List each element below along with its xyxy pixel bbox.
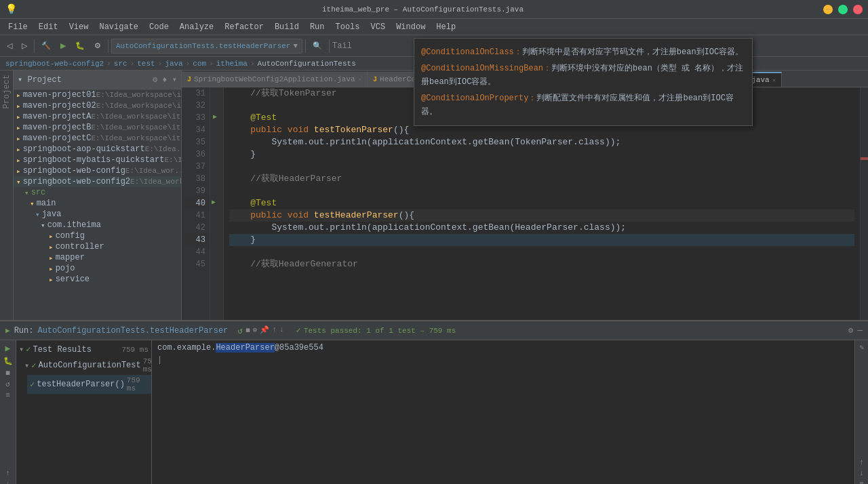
breadcrumb-text: AutoConfigurationTests.testHeaderParser	[116, 42, 290, 50]
path-part-file[interactable]: AutoConfigurationTests	[258, 60, 356, 68]
forward-button[interactable]: ▷	[18, 40, 31, 52]
menu-help[interactable]: Help	[431, 21, 461, 33]
annotation-text: @Test	[229, 112, 277, 124]
breadcrumb-dropdown[interactable]: ▼	[293, 42, 298, 50]
run-filter-icon[interactable]: ≡	[5, 391, 10, 399]
run-play-icon[interactable]: ▶	[5, 343, 11, 354]
folder-icon: ▸	[16, 91, 21, 100]
tree-item-service[interactable]: ▸ service	[14, 274, 181, 285]
tree-path: E:\Idea_wor...	[125, 167, 181, 175]
tree-item-config[interactable]: ▸ config	[14, 230, 181, 241]
tree-item-comitheima[interactable]: ▾ com.itheima	[14, 220, 181, 230]
tab-close[interactable]: ✕	[772, 77, 776, 84]
tree-item-controller[interactable]: ▸ controller	[14, 241, 181, 252]
run-config-button[interactable]: ⚙	[90, 40, 105, 52]
menu-refactor[interactable]: Refactor	[219, 21, 269, 33]
tree-item-pojo[interactable]: ▸ pojo	[14, 263, 181, 274]
close-button[interactable]: ✕	[853, 5, 863, 14]
minimize-button[interactable]: ─	[823, 5, 833, 14]
tree-item-webconfig[interactable]: ▸ springboot-web-config E:\Idea_wor...	[14, 165, 181, 176]
run-debug-icon[interactable]: 🐛	[3, 357, 13, 365]
check-icon: ✓	[26, 344, 31, 355]
path-part-com[interactable]: com	[193, 60, 206, 68]
tree-item-java[interactable]: ▾ java	[14, 209, 181, 220]
back-button[interactable]: ◁	[3, 40, 16, 52]
run-sidebar-icon-2[interactable]: ↑	[859, 458, 864, 466]
code-line-45: //获取HeaderGenerator	[229, 258, 854, 270]
down-icon[interactable]: ↓	[279, 325, 284, 336]
path-part-itheima[interactable]: itheima	[216, 60, 248, 68]
path-part-java[interactable]: java	[165, 60, 182, 68]
tab-springbootapp[interactable]: J SpringbootWebConfig2Application.java ✕	[182, 72, 368, 87]
path-part-src[interactable]: src	[114, 60, 127, 68]
rerun-icon[interactable]: ↺	[237, 325, 243, 336]
tree-item-mavenC[interactable]: ▸ maven-projectC E:\Idea_workspace\ith..…	[14, 133, 181, 144]
menu-logo: 💡	[5, 3, 17, 15]
run-gutter-33[interactable]: ▶	[213, 112, 217, 121]
tree-item-mavenA[interactable]: ▸ maven-projectA E:\Idea_workspace\ith..…	[14, 111, 181, 122]
package-icon: ▾	[41, 221, 45, 230]
debug-button[interactable]: 🐛	[71, 40, 89, 52]
run-close-btn[interactable]: —	[857, 325, 863, 336]
path-part-test[interactable]: test	[137, 60, 155, 68]
run-output[interactable]: com.example.HeaderParser@85a39e554 |	[152, 340, 854, 484]
auto-config-row[interactable]: ▾ ✓ AutoConfigurationTest 759 ms	[22, 356, 151, 375]
filter-icon[interactable]: ⊗	[253, 325, 258, 336]
tree-item-mybatis[interactable]: ▸ springboot-mybatis-quickstart E:\Id...	[14, 155, 181, 165]
stop-icon[interactable]: ◼	[245, 325, 250, 336]
path-part-project[interactable]: springboot-web-config2	[5, 60, 104, 68]
pin-icon[interactable]: 📌	[260, 325, 269, 336]
run-settings-icon[interactable]: ⚙	[848, 325, 853, 336]
build-button[interactable]: 🔨	[37, 40, 55, 52]
tree-item-main[interactable]: ▾ main	[14, 198, 181, 209]
menu-run[interactable]: Run	[304, 21, 330, 33]
tree-item-mavenB[interactable]: ▸ maven-projectB E:\Idea_workspace\ith..…	[14, 122, 181, 133]
sidebar-project-label[interactable]: Project	[2, 72, 12, 111]
run-rerun-icon[interactable]: ↺	[5, 380, 10, 388]
menu-tools[interactable]: Tools	[330, 21, 366, 33]
right-scrollbar[interactable]	[860, 87, 868, 320]
run-sidebar-icon-1[interactable]: ✎	[859, 343, 864, 352]
tree-item-aop[interactable]: ▸ springboot-aop-quickstart E:\Idea...	[14, 144, 181, 155]
menu-code[interactable]: Code	[144, 21, 174, 33]
search-everywhere-button[interactable]: 🔍	[309, 40, 326, 52]
tree-item-maven01[interactable]: ▸ maven-project01 E:\Idea_workspace\it..…	[14, 89, 181, 100]
toolbar-separator-3	[305, 39, 306, 53]
tree-item-maven02[interactable]: ▸ maven-project02 E:\Idea_workspace\it..…	[14, 100, 181, 111]
tab-close[interactable]: ✕	[358, 76, 361, 83]
tree-expand-icon: ▾	[19, 344, 24, 355]
test-method-row[interactable]: ✓ testHeaderParser() 759 ms	[27, 375, 151, 394]
menu-navigate[interactable]: Navigate	[94, 21, 144, 33]
run-down-btn[interactable]: ↓	[5, 480, 10, 484]
tree-path: E:\Idea_work...	[130, 178, 181, 186]
run-button[interactable]: ▶	[56, 40, 70, 52]
up-icon[interactable]: ↑	[272, 325, 277, 336]
code-line-43: }	[229, 234, 854, 246]
comment-text-2: //获取HeaderParser	[229, 173, 342, 185]
test-results-row[interactable]: ▾ ✓ Test Results 759 ms	[16, 343, 151, 356]
run-sidebar-icon-4[interactable]: ≡	[859, 480, 864, 484]
test-tree: ▾ ✓ Test Results 759 ms ▾ ✓ AutoConfigur…	[16, 340, 152, 484]
menu-build[interactable]: Build	[269, 21, 304, 33]
run-up-btn[interactable]: ↑	[5, 469, 10, 477]
run-stop-icon[interactable]: ◼	[5, 368, 10, 377]
cursor-text: |	[157, 355, 162, 365]
menu-file[interactable]: File	[3, 21, 33, 33]
menu-view[interactable]: View	[64, 21, 94, 33]
code-line-38: //获取HeaderParser	[229, 173, 854, 185]
menu-vcs[interactable]: VCS	[366, 21, 391, 33]
tree-item-src[interactable]: ▾ src	[14, 187, 181, 198]
breadcrumb-navigation[interactable]: AutoConfigurationTests.testHeaderParser …	[111, 39, 302, 54]
tree-item-webconfig2[interactable]: ▾ springboot-web-config2 E:\Idea_work...	[14, 176, 181, 187]
tree-item-mapper[interactable]: ▸ mapper	[14, 252, 181, 263]
menu-edit[interactable]: Edit	[33, 21, 64, 33]
run-sidebar-icon-3[interactable]: ↓	[859, 469, 864, 477]
code-text: System.out.println(applicationContext.ge…	[229, 136, 620, 148]
menu-analyze[interactable]: Analyze	[174, 21, 219, 33]
run-gutter-39[interactable]: ▶	[212, 197, 216, 207]
folder-icon: ▸	[16, 145, 21, 154]
menu-window[interactable]: Window	[391, 21, 431, 33]
tree-label: controller	[56, 242, 104, 251]
maximize-button[interactable]: □	[838, 5, 848, 14]
line-34: 34	[182, 124, 210, 136]
